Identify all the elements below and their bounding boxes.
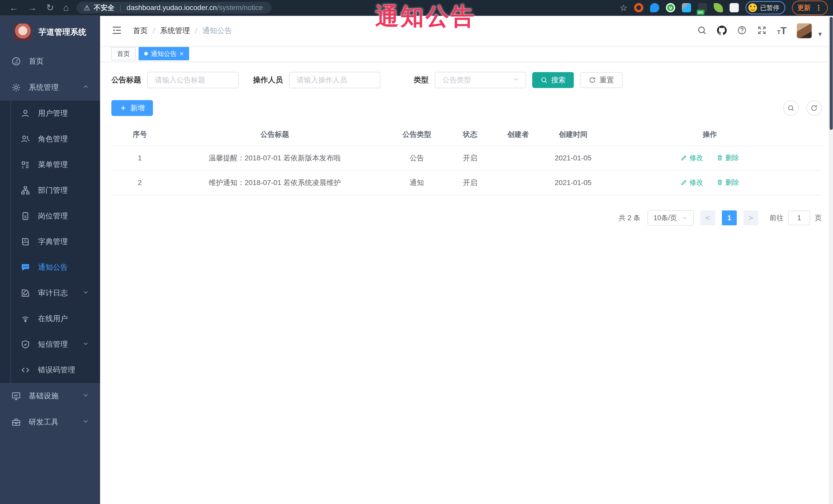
edit-link[interactable]: 修改 [681,153,703,163]
header-search-icon[interactable] [697,25,707,36]
tab-close-icon[interactable]: × [180,50,184,57]
add-button[interactable]: 新增 [111,100,153,116]
goto-page-input[interactable] [788,211,810,225]
current-page-button[interactable]: 1 [722,211,737,225]
delete-link[interactable]: 删除 [716,153,739,163]
browser-reload-icon[interactable]: ↻ [46,2,54,13]
extensions-puzzle-icon[interactable] [730,3,739,12]
not-secure-warning-icon: ⚠ [84,4,90,12]
extension-on-badge: on [697,10,705,15]
breadcrumb-separator: / [195,27,197,35]
extension-green-v-icon[interactable]: v [666,3,675,12]
sidebar-item-dictionary[interactable]: 字典管理 [0,229,100,255]
next-page-button[interactable]: > [743,211,758,225]
github-icon[interactable] [717,25,727,36]
col-creator: 创建者 [488,123,548,146]
sidebar-item-label: 研发工具 [29,417,58,427]
annotation-overlay-text: 通知公告 [375,1,476,32]
pencil-icon [681,179,687,186]
browser-home-icon[interactable]: ⌂ [63,2,69,13]
url-host: dashboard.yudao.iocoder.cn [126,4,217,12]
system-submenu: 用户管理 角色管理 菜单管理 部门管理 [0,101,100,383]
browser-update-button[interactable]: 更新 ⋮ [792,1,828,15]
col-type: 公告类型 [381,123,452,146]
extension-blue-gem-icon[interactable] [682,3,691,12]
row-actions: 修改 删除 [598,170,822,195]
tab-home[interactable]: 首页 [111,47,136,60]
toggle-search-button[interactable] [783,100,799,116]
address-bar[interactable]: ⚠ 不安全 | dashboard.yudao.iocoder.cn /syst… [76,2,271,14]
sidebar-item-label: 用户管理 [38,108,68,119]
refresh-table-button[interactable] [806,100,822,116]
total-count-label: 共 2 条 [619,213,640,222]
type-filter-select[interactable]: 公告类型 [435,72,526,88]
tab-notice[interactable]: 通知公告 × [139,47,189,60]
sidebar-item-roles[interactable]: 角色管理 [0,126,100,152]
avatar-caret-icon[interactable]: ▾ [818,24,822,38]
reset-button-label: 重置 [599,75,614,85]
breadcrumb-section[interactable]: 系统管理 [160,26,190,36]
operator-filter-input[interactable] [289,72,380,88]
font-size-icon[interactable]: TT [777,25,787,37]
edit-link[interactable]: 修改 [681,178,703,187]
sidebar-item-error-codes[interactable]: 错误码管理 [0,357,100,383]
sidebar-item-label: 审计日志 [38,288,68,298]
page-size-value: 10条/页 [653,213,677,222]
edit-log-icon [20,288,31,298]
update-label: 更新 [797,3,811,12]
scrollbar-thumb[interactable] [830,17,833,130]
sidebar-item-infrastructure[interactable]: 基础设施 [0,383,100,409]
sidebar-item-posts[interactable]: 岗位管理 [0,203,100,229]
operator-filter-label: 操作人员 [253,75,283,85]
browser-back-icon[interactable]: ← [9,2,19,13]
sidebar-item-notice[interactable]: 通知公告 [0,255,100,280]
chevron-up-icon [82,83,89,92]
sidebar-item-system[interactable]: 系统管理 [0,74,100,101]
prev-page-button[interactable]: < [700,211,715,225]
extension-blue-drop-icon[interactable] [650,3,659,12]
page-suffix-label: 页 [815,213,822,222]
title-filter-input[interactable] [147,72,239,88]
sidebar-item-home[interactable]: 首页 [0,48,100,74]
chevron-down-icon [513,76,519,85]
org-tree-icon [20,186,31,195]
sidebar-item-departments[interactable]: 部门管理 [0,177,100,203]
user-avatar[interactable] [797,23,812,38]
browser-menu-icon[interactable]: ⋮ [815,3,823,12]
extension-dark-stack-icon[interactable]: on [698,3,707,12]
sidebar-item-sms[interactable]: 短信管理 [0,332,100,357]
sidebar-collapse-icon[interactable] [111,25,122,37]
extension-orange-ring-icon[interactable] [634,3,643,12]
browser-forward-icon[interactable]: → [28,2,37,13]
help-icon[interactable] [737,25,747,36]
sidebar-item-users[interactable]: 用户管理 [0,101,100,126]
profile-paused-chip[interactable]: 已暂停 [745,1,785,15]
code-icon [20,365,31,375]
type-select-placeholder: 公告类型 [443,75,471,85]
breadcrumb: 首页 / 系统管理 / 通知公告 [133,26,232,36]
reset-button[interactable]: 重置 [580,72,623,88]
search-button[interactable]: 搜索 [532,72,574,88]
app-logo-row[interactable]: 芋道管理系统 [0,16,100,48]
page-content: 公告标题 操作人员 类型 公告类型 搜索 [100,62,833,504]
bookmark-star-icon[interactable]: ☆ [620,3,627,13]
sidebar-item-dev-tools[interactable]: 研发工具 [0,409,100,435]
row-no: 2 [111,170,168,195]
search-button-label: 搜索 [551,75,566,85]
sidebar-item-audit-log[interactable]: 审计日志 [0,280,100,306]
page-size-select[interactable]: 10条/页 [647,210,694,225]
extension-green-leaf-icon[interactable] [714,3,723,12]
sidebar-item-online-users[interactable]: 在线用户 [0,306,100,332]
breadcrumb-separator: / [153,27,155,35]
search-icon [541,76,548,83]
active-tab-dot [144,52,148,55]
fullscreen-icon[interactable] [757,25,767,36]
delete-link[interactable]: 删除 [716,178,739,187]
chevron-down-icon [82,418,89,427]
breadcrumb-home[interactable]: 首页 [133,26,148,36]
users-icon [20,134,31,144]
sidebar-item-menus[interactable]: 菜单管理 [0,152,100,177]
not-secure-label: 不安全 [94,3,115,12]
id-badge-icon [20,211,31,221]
window-scrollbar[interactable] [829,16,833,504]
